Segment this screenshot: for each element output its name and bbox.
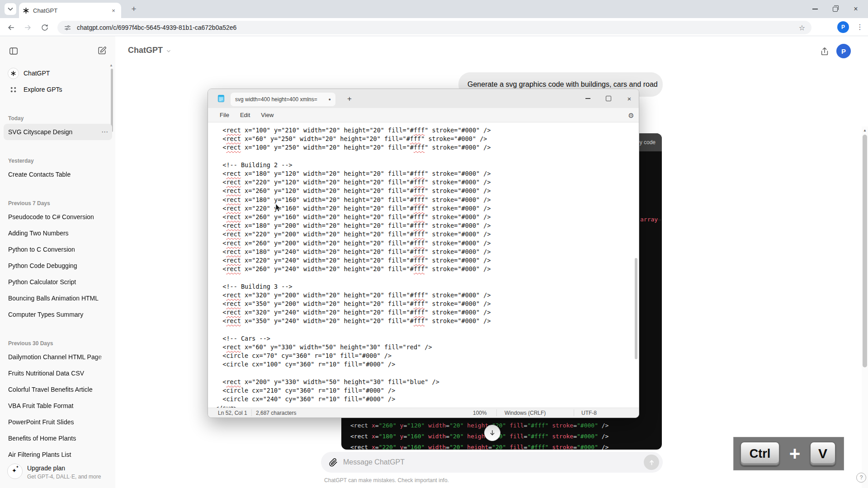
zoom-level[interactable]: 100% [473, 410, 487, 416]
minimize-icon [585, 98, 590, 99]
sidebar-item[interactable]: Computer Types Summary [4, 306, 112, 323]
sidebar-item[interactable]: Python Calculator Script [4, 274, 112, 290]
compose-icon [97, 46, 107, 56]
address-bar[interactable]: chatgpt.com/c/6997f4bc-5645-4939-81b1-ca… [57, 21, 811, 34]
browser-tab[interactable]: ChatGPT × [19, 3, 121, 18]
new-chat-button[interactable] [96, 44, 108, 57]
notepad-line: <rect x="220" y="120" width="20" height=… [215, 178, 491, 187]
sidebar-item[interactable]: Create Contacts Table [4, 166, 112, 183]
sidebar-item[interactable]: Python to C Conversion [4, 241, 112, 258]
notepad-line: <rect x="350" y="240" width="20" height=… [215, 317, 491, 325]
notepad-maximize-button[interactable] [599, 92, 618, 105]
notepad-tab-title: svg width=400 height=400 xmlns= [235, 96, 326, 103]
sidebar-item-label: ChatGPT [24, 70, 50, 77]
new-tab-button[interactable]: + [128, 4, 139, 14]
bookmark-star-icon[interactable]: ☆ [799, 23, 805, 32]
notepad-minimize-button[interactable] [579, 92, 597, 105]
sidebar-item-label: Pseudocode to C# Conversion [8, 213, 108, 221]
notepad-line: </svg> [215, 404, 491, 408]
section-label: Previous 30 Days [4, 335, 112, 349]
window-restore-button[interactable] [826, 0, 844, 18]
send-button[interactable] [644, 455, 659, 470]
notepad-line: <circle cx="240" cy="360" r="10" fill="#… [215, 395, 491, 404]
sidebar-item[interactable]: Bouncing Balls Animation HTML [4, 290, 112, 306]
browser-menu-icon[interactable]: ⋮ [856, 23, 863, 31]
page-scrollbar-thumb[interactable] [863, 135, 867, 367]
code-sliver-text: array= [640, 216, 661, 223]
paperclip-icon[interactable] [328, 458, 338, 467]
scroll-to-bottom-button[interactable] [484, 425, 500, 441]
notepad-text: <rect x="100" y="210" width="20" height=… [215, 126, 491, 408]
sidebar-item-explore-gpts[interactable]: Explore GPTs [4, 81, 112, 98]
page-scrollbar[interactable]: ▲ [862, 127, 868, 488]
sidebar-item[interactable]: Benefits of Home Plants [4, 430, 112, 446]
share-button[interactable] [818, 45, 831, 58]
screen: ChatGPT × + × chatgpt.com/c/6997f4bc-564… [0, 0, 868, 488]
sidebar-item-label: Explore GPTs [24, 86, 62, 93]
window-minimize-button[interactable] [806, 0, 825, 18]
line-ending: Windows (CRLF) [505, 410, 546, 416]
item-options-icon[interactable]: ⋯ [101, 128, 108, 136]
sidebar-item[interactable]: Pseudocode to C# Conversion [4, 209, 112, 225]
message-input[interactable]: Message ChatGPT [321, 452, 663, 473]
tab-close-icon[interactable]: × [109, 6, 118, 14]
notepad-editor[interactable]: <rect x="100" y="210" width="20" height=… [208, 122, 639, 408]
notepad-scrollbar-thumb[interactable] [635, 258, 637, 359]
sidebar-item[interactable]: Adding Two Numbers [4, 225, 112, 241]
sidebar-item[interactable]: Air Filtering Plants List [4, 446, 112, 461]
model-switcher[interactable]: ChatGPT [128, 46, 172, 55]
sidebar-sections: TodaySVG Cityscape Design⋯YesterdayCreat… [4, 110, 112, 461]
sidebar-item[interactable]: VBA Fruit Table Format [4, 398, 112, 414]
settings-gear-icon[interactable]: ⚙ [626, 110, 637, 121]
chevron-down-icon [8, 7, 13, 11]
sidebar-item[interactable]: PowerPoint Fruit Slides [4, 414, 112, 430]
upgrade-plan-button[interactable]: ✦ ✦ Upgrade plan Get GPT-4, DALL·E, and … [0, 461, 115, 488]
notepad-new-tab-button[interactable]: + [344, 93, 355, 105]
sidebar-item-label: PowerPoint Fruit Slides [8, 418, 108, 426]
help-button[interactable]: ? [856, 473, 866, 483]
tab-search-button[interactable] [5, 3, 16, 15]
plus-sign: + [780, 441, 810, 466]
sidebar-toggle-button[interactable] [7, 45, 20, 57]
sidebar-item-label: Bouncing Balls Animation HTML [8, 295, 108, 302]
sidebar-item[interactable]: Dailymotion Channel HTML Page [4, 349, 112, 365]
notepad-line [215, 326, 491, 334]
notepad-line: <rect x="100" y="210" width="20" height=… [215, 126, 491, 135]
notepad-line: <rect x="260" y="200" width="20" height=… [215, 239, 491, 248]
notepad-titlebar[interactable]: svg width=400 height=400 xmlns= ● + × [208, 89, 639, 108]
menu-file[interactable]: File [214, 110, 235, 120]
sidebar-item-chatgpt[interactable]: ChatGPT [4, 65, 112, 81]
input-placeholder: Message ChatGPT [343, 458, 644, 466]
sidebar-item[interactable]: Colorful Travel Benefits Article [4, 381, 112, 398]
unsaved-dot-icon: ● [329, 97, 331, 102]
chatgpt-favicon-icon [23, 7, 29, 14]
restore-icon [833, 7, 838, 12]
window-close-button[interactable]: × [846, 0, 865, 18]
url-text[interactable]: chatgpt.com/c/6997f4bc-5645-4939-81b1-ca… [77, 24, 799, 31]
menu-edit[interactable]: Edit [235, 110, 255, 120]
notepad-close-button[interactable]: × [620, 92, 638, 105]
page-title: ChatGPT [128, 46, 163, 55]
scroll-up-icon[interactable]: ▲ [863, 128, 867, 132]
notepad-line: <rect x="320" y="200" width="20" height=… [215, 291, 491, 300]
share-icon [820, 47, 830, 56]
sidebar-item[interactable]: SVG Cityscape Design⋯ [4, 124, 112, 140]
notepad-line: <rect x="220" y="240" width="20" height=… [215, 256, 491, 265]
back-arrow-icon [7, 23, 16, 32]
sidebar-item[interactable]: Fruits Nutritional Data CSV [4, 365, 112, 381]
upgrade-subtitle: Get GPT-4, DALL·E, and more [27, 474, 101, 480]
notepad-line [215, 273, 491, 282]
menu-view[interactable]: View [255, 110, 279, 120]
gpt-user-avatar[interactable]: P [836, 44, 851, 58]
user-message-text: Generate a svg graphics code with buildi… [467, 80, 658, 89]
browser-profile-avatar[interactable]: P [837, 21, 849, 33]
arrow-up-icon [648, 459, 656, 466]
notepad-tab[interactable]: svg width=400 height=400 xmlns= ● [231, 93, 335, 106]
sparkles-icon: ✦ ✦ [7, 464, 23, 479]
sidebar-item[interactable]: Python Code Debugging [4, 258, 112, 274]
forward-button[interactable] [22, 22, 33, 33]
notepad-line: <rect x="260" y="160" width="20" height=… [215, 213, 491, 221]
notepad-line: <rect x="60" y="330" width="50" height="… [215, 343, 491, 352]
reload-button[interactable] [39, 22, 51, 33]
back-button[interactable] [5, 22, 17, 33]
